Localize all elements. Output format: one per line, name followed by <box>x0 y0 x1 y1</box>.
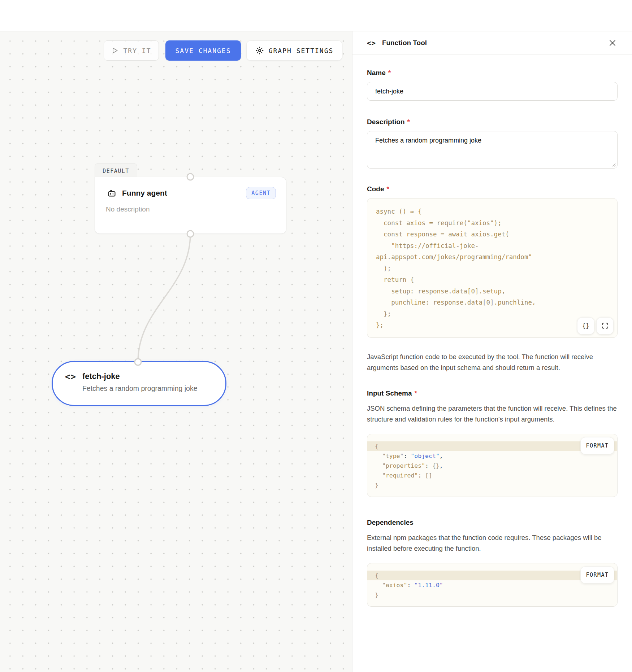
top-bar <box>0 0 632 31</box>
graph-settings-label: GRAPH SETTINGS <box>269 47 334 54</box>
input-schema-content[interactable]: { "type": "object", "properties": {}, "r… <box>367 441 617 490</box>
format-button[interactable]: FORMAT <box>580 566 614 584</box>
agent-node-description: No description <box>106 205 286 213</box>
dependencies-help-text: External npm packages that the function … <box>367 532 618 554</box>
code-line: "required": [] <box>367 471 617 480</box>
required-mark: * <box>388 69 391 77</box>
required-mark: * <box>415 389 417 397</box>
save-changes-button[interactable]: SAVE CHANGES <box>165 40 241 61</box>
format-button[interactable]: FORMAT <box>580 437 614 454</box>
agent-node-default-tab[interactable]: DEFAULT <box>95 163 137 178</box>
agent-node-top-handle[interactable] <box>187 173 194 181</box>
code-line: { <box>367 441 617 451</box>
dependencies-content[interactable]: { "axios": "1.11.0"} <box>367 571 617 600</box>
code-line: "properties": {}, <box>367 461 617 471</box>
code-line: } <box>367 480 617 490</box>
agent-node-bottom-handle[interactable] <box>187 230 194 238</box>
panel-header: <> Function Tool <box>352 31 632 54</box>
description-textarea[interactable]: Fetches a random programming joke <box>367 131 618 169</box>
input-schema-editor[interactable]: FORMAT { "type": "object", "properties":… <box>367 434 618 497</box>
code-label: Code * <box>367 185 618 193</box>
default-tab-label: DEFAULT <box>103 168 129 174</box>
expand-icon[interactable] <box>596 317 614 335</box>
name-input[interactable] <box>367 82 618 101</box>
bot-icon <box>107 188 117 198</box>
code-editor-content[interactable]: async () ⇒ { const axios = require("axio… <box>367 198 617 337</box>
code-icon: <> <box>367 39 376 47</box>
code-help-text: JavaScript function code to be executed … <box>367 352 618 374</box>
code-icon: <> <box>65 372 76 405</box>
required-mark: * <box>387 185 389 193</box>
graph-canvas[interactable]: TRY IT SAVE CHANGES GRAPH SETTINGS DEFAU… <box>0 31 352 672</box>
save-changes-label: SAVE CHANGES <box>175 47 231 54</box>
required-mark: * <box>407 118 410 126</box>
agent-node-title: Funny agent <box>122 189 167 197</box>
graph-settings-button[interactable]: GRAPH SETTINGS <box>246 40 342 61</box>
input-schema-help-text: JSON schema defining the parameters that… <box>367 403 618 425</box>
try-it-button[interactable]: TRY IT <box>104 40 159 61</box>
panel-title: Function Tool <box>382 39 427 47</box>
description-label: Description * <box>367 118 618 126</box>
tool-node-top-handle[interactable] <box>134 358 142 366</box>
gear-icon <box>255 46 264 55</box>
description-field-wrap: Fetches a random programming joke <box>367 131 618 169</box>
tool-node-content: fetch-joke Fetches a random programming … <box>82 372 198 405</box>
tool-node-description: Fetches a random programming joke <box>82 384 198 393</box>
tool-node-fetch-joke[interactable]: <> fetch-joke Fetches a random programmi… <box>52 361 226 406</box>
try-it-label: TRY IT <box>123 47 151 54</box>
close-icon[interactable] <box>607 38 618 48</box>
agent-type-badge: AGENT <box>246 187 276 199</box>
input-schema-label: Input Schema * <box>367 389 618 397</box>
code-line: "axios": "1.11.0" <box>367 580 617 590</box>
edge-agent-to-tool[interactable] <box>0 31 352 672</box>
tool-node-title: fetch-joke <box>82 372 198 381</box>
function-tool-panel: <> Function Tool Name * Description * Fe… <box>352 31 632 672</box>
agent-node[interactable]: Funny agent AGENT No description <box>95 177 286 234</box>
name-label: Name * <box>367 69 618 77</box>
play-icon <box>111 47 118 54</box>
code-line: { <box>367 571 617 580</box>
code-line: } <box>367 590 617 600</box>
resize-handle-icon[interactable] <box>611 162 616 167</box>
code-editor[interactable]: async () ⇒ { const axios = require("axio… <box>367 198 618 338</box>
braces-icon[interactable]: {} <box>577 317 594 335</box>
code-line: "type": "object", <box>367 451 617 461</box>
dependencies-editor[interactable]: FORMAT { "axios": "1.11.0"} <box>367 563 618 607</box>
dependencies-label: Dependencies <box>367 519 618 527</box>
